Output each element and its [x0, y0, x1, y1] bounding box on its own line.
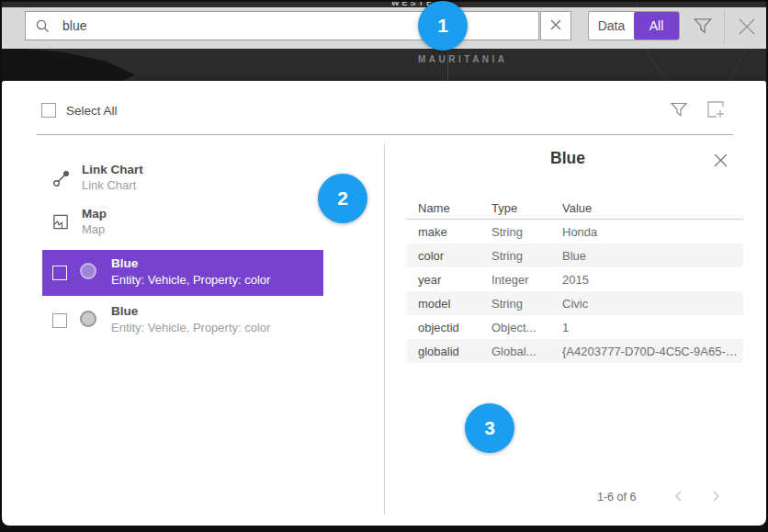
result-item[interactable]: MapMap: [42, 202, 323, 248]
pagination-label: 1-6 of 6: [597, 491, 636, 504]
column-type: Type: [480, 201, 551, 215]
result-title: Link Chart: [82, 163, 143, 176]
table-cell-name: color: [407, 249, 480, 263]
scope-all-button[interactable]: All: [634, 12, 679, 40]
table-cell-type: Object...: [480, 321, 551, 334]
table-cell-name: globalid: [407, 345, 480, 358]
table-cell-value: {A4203777-D70D-4C5C-9A65-C...: [551, 345, 743, 358]
filter-icon[interactable]: [693, 16, 713, 36]
search-results-panel: Select All Link ChartLink ChartMapMapBlu…: [2, 81, 766, 526]
scope-data-button[interactable]: Data: [589, 12, 634, 40]
column-value: Value: [551, 201, 743, 215]
result-item[interactable]: Link ChartLink Chart: [42, 158, 323, 204]
table-row: colorStringBlue: [407, 243, 743, 267]
table-row: makeStringHonda: [407, 220, 743, 243]
add-to-selection-icon[interactable]: [705, 98, 727, 120]
result-title: Blue: [111, 304, 138, 318]
detail-table-header: Name Type Value: [407, 197, 743, 219]
callout-badge-1: 1: [418, 1, 468, 51]
select-all-checkbox[interactable]: [41, 103, 56, 118]
result-title: Map: [82, 207, 107, 221]
pagination-prev-icon[interactable]: [672, 489, 686, 504]
callout-badge-3: 3: [465, 403, 514, 453]
panel-header-divider: [37, 134, 733, 135]
results-filter-icon[interactable]: [670, 100, 688, 119]
map-landmass-shape: [2, 46, 135, 83]
app-window: WESTERN MAURITANIA blue Data All: [0, 0, 768, 532]
panes-divider: [384, 143, 385, 515]
callout-badge-2: 2: [318, 174, 367, 223]
map-icon: [52, 213, 70, 231]
table-row: globalidGlobal...{A4203777-D70D-4C5C-9A6…: [407, 339, 743, 363]
table-cell-value: 2015: [551, 273, 743, 287]
table-row: objectidObject...1: [407, 315, 743, 339]
detail-title: Blue: [384, 149, 751, 168]
table-cell-name: make: [407, 225, 480, 239]
result-title: Blue: [111, 256, 138, 270]
table-cell-name: objectid: [407, 321, 480, 334]
result-item[interactable]: BlueEntity: Vehicle, Property: color: [42, 298, 323, 344]
result-checkbox[interactable]: [52, 313, 67, 328]
table-cell-value: Civic: [551, 297, 743, 311]
table-cell-name: year: [407, 273, 480, 287]
detail-close-icon[interactable]: [713, 153, 728, 168]
result-item[interactable]: BlueEntity: Vehicle, Property: color: [42, 250, 323, 296]
table-cell-type: String: [480, 249, 551, 263]
detail-table: makeStringHondacolorStringBlueyearIntege…: [407, 220, 743, 363]
clear-search-button[interactable]: [540, 11, 571, 40]
search-scope-toggle: Data All: [588, 11, 680, 40]
search-toolbar: blue Data All: [2, 7, 766, 49]
table-cell-type: Global...: [480, 345, 551, 358]
map-border-line: [447, 51, 448, 83]
entity-circle-icon: [80, 263, 96, 279]
table-cell-value: 1: [551, 321, 743, 334]
table-cell-value: Honda: [551, 225, 743, 239]
link-chart-icon: [52, 169, 71, 187]
search-icon: [35, 18, 51, 34]
entity-circle-icon: [80, 311, 96, 327]
result-subtitle: Link Chart: [82, 178, 136, 192]
result-subtitle: Map: [82, 222, 105, 236]
table-cell-type: String: [480, 225, 551, 239]
result-subtitle: Entity: Vehicle, Property: color: [111, 273, 270, 287]
table-cell-value: Blue: [551, 249, 743, 263]
clear-x-icon: [550, 17, 561, 34]
search-query-text: blue: [62, 18, 86, 33]
table-cell-type: Integer: [480, 273, 551, 287]
table-cell-type: String: [480, 297, 551, 311]
table-cell-name: model: [407, 297, 480, 311]
close-search-icon[interactable]: [734, 14, 760, 40]
pagination-next-icon[interactable]: [708, 489, 723, 504]
result-subtitle: Entity: Vehicle, Property: color: [111, 321, 270, 334]
result-checkbox[interactable]: [52, 266, 67, 280]
toolbar-divider: [724, 9, 725, 43]
column-name: Name: [407, 201, 480, 215]
select-all-label: Select All: [66, 104, 118, 118]
table-row: modelStringCivic: [407, 291, 743, 315]
map-label-mauritania: MAURITANIA: [418, 54, 508, 64]
table-row: yearInteger2015: [407, 267, 743, 291]
